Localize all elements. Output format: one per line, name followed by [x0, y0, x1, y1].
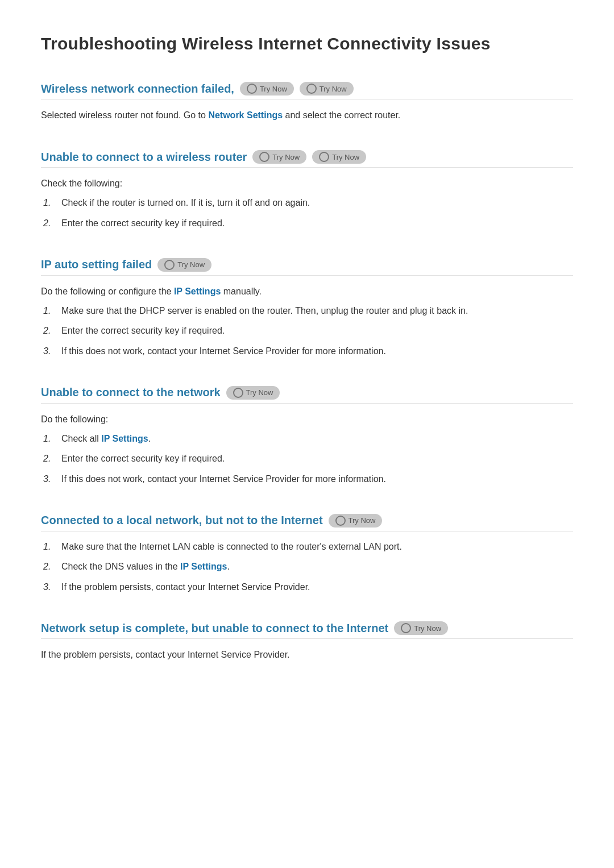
inline-link[interactable]: IP Settings: [180, 562, 227, 571]
list-item-text: Check the DNS values in the IP Settings.: [61, 559, 573, 574]
section-ip-auto-setting: IP auto setting failedTry NowDo the foll…: [41, 258, 573, 359]
try-now-button-wireless-failed-1[interactable]: Try Now: [240, 82, 294, 95]
network-setup-desc: If the problem persists, contact your In…: [41, 647, 573, 662]
list-item-number: 1.: [41, 539, 61, 554]
section-body-unable-connect-network: Do the following:1.Check all IP Settings…: [41, 412, 573, 487]
section-body-unable-connect-router: Check the following:1.Check if the route…: [41, 176, 573, 230]
list-item-number: 2.: [41, 216, 61, 231]
try-now-button-wireless-failed-2[interactable]: Try Now: [300, 82, 354, 95]
section-unable-connect-router: Unable to connect to a wireless routerTr…: [41, 150, 573, 230]
list-item-text: Make sure that the Internet LAN cable is…: [61, 539, 573, 554]
section-connected-local: Connected to a local network, but not to…: [41, 514, 573, 595]
list-item-text: If the problem persists, contact your In…: [61, 580, 573, 595]
list-item-number: 1.: [41, 304, 61, 318]
list-item: 2.Enter the correct security key if requ…: [41, 216, 573, 231]
intro-unable-connect-router: Check the following:: [41, 176, 573, 191]
network-settings-link[interactable]: Network Settings: [208, 110, 283, 120]
list-item-number: 2.: [41, 451, 61, 466]
section-body-network-setup-complete: If the problem persists, contact your In…: [41, 647, 573, 662]
section-title-wireless-failed: Wireless network connection failed,: [41, 82, 234, 95]
list-item-text: Enter the correct security key if requir…: [61, 216, 573, 231]
list-unable-connect-network: 1.Check all IP Settings.2.Enter the corr…: [41, 431, 573, 487]
try-now-button-network-setup-complete-1[interactable]: Try Now: [394, 621, 448, 635]
inline-link[interactable]: IP Settings: [101, 434, 148, 443]
section-body-connected-local: 1.Make sure that the Internet LAN cable …: [41, 539, 573, 595]
list-item-text: Enter the correct security key if requir…: [61, 451, 573, 466]
section-header-unable-connect-router: Unable to connect to a wireless routerTr…: [41, 150, 573, 168]
list-item-text: If this does not work, contact your Inte…: [61, 344, 573, 359]
list-item: 2.Enter the correct security key if requ…: [41, 451, 573, 466]
try-now-button-unable-connect-router-2[interactable]: Try Now: [312, 150, 366, 164]
list-item: 3.If this does not work, contact your In…: [41, 344, 573, 359]
section-header-connected-local: Connected to a local network, but not to…: [41, 514, 573, 531]
try-now-button-ip-auto-setting-1[interactable]: Try Now: [157, 258, 211, 272]
try-now-button-unable-connect-router-1[interactable]: Try Now: [252, 150, 306, 164]
section-body-ip-auto-setting: Do the following or configure the IP Set…: [41, 284, 573, 359]
list-item-text: Make sure that the DHCP server is enable…: [61, 304, 573, 318]
list-connected-local: 1.Make sure that the Internet LAN cable …: [41, 539, 573, 595]
list-unable-connect-router: 1.Check if the router is turned on. If i…: [41, 196, 573, 230]
page-title: Troubleshooting Wireless Internet Connec…: [41, 34, 573, 53]
section-header-wireless-failed: Wireless network connection failed,Try N…: [41, 82, 573, 99]
list-item-number: 1.: [41, 196, 61, 210]
list-item-number: 3.: [41, 344, 61, 359]
section-network-setup-complete: Network setup is complete, but unable to…: [41, 621, 573, 662]
list-item: 1.Make sure that the DHCP server is enab…: [41, 304, 573, 318]
try-now-button-connected-local-1[interactable]: Try Now: [329, 514, 383, 528]
list-item: 1.Check if the router is turned on. If i…: [41, 196, 573, 210]
list-item-text: If this does not work, contact your Inte…: [61, 472, 573, 487]
list-item-text: Check all IP Settings.: [61, 431, 573, 446]
list-item-number: 3.: [41, 472, 61, 487]
section-header-network-setup-complete: Network setup is complete, but unable to…: [41, 621, 573, 639]
section-body-wireless-failed: Selected wireless router not found. Go t…: [41, 107, 573, 123]
ip-auto-intro: Do the following or configure the IP Set…: [41, 284, 573, 299]
section-title-unable-connect-network: Unable to connect to the network: [41, 386, 221, 399]
section-title-network-setup-complete: Network setup is complete, but unable to…: [41, 622, 388, 635]
section-title-unable-connect-router: Unable to connect to a wireless router: [41, 151, 247, 164]
list-item-number: 2.: [41, 559, 61, 574]
intro-unable-connect-network: Do the following:: [41, 412, 573, 427]
ip-settings-link-1[interactable]: IP Settings: [174, 286, 221, 296]
section-unable-connect-network: Unable to connect to the networkTry NowD…: [41, 386, 573, 487]
list-item: 3.If the problem persists, contact your …: [41, 580, 573, 595]
list-item-text: Check if the router is turned on. If it …: [61, 196, 573, 210]
list-item-number: 2.: [41, 323, 61, 338]
list-item-number: 1.: [41, 431, 61, 446]
section-header-unable-connect-network: Unable to connect to the networkTry Now: [41, 386, 573, 404]
list-ip-auto-setting: 1.Make sure that the DHCP server is enab…: [41, 304, 573, 359]
section-header-ip-auto-setting: IP auto setting failedTry Now: [41, 258, 573, 276]
list-item: 1.Make sure that the Internet LAN cable …: [41, 539, 573, 554]
section-title-ip-auto-setting: IP auto setting failed: [41, 258, 152, 271]
list-item-number: 3.: [41, 580, 61, 595]
section-wireless-failed: Wireless network connection failed,Try N…: [41, 82, 573, 123]
section-title-connected-local: Connected to a local network, but not to…: [41, 514, 323, 527]
list-item: 1.Check all IP Settings.: [41, 431, 573, 446]
list-item: 3.If this does not work, contact your In…: [41, 472, 573, 487]
list-item-text: Enter the correct security key if requir…: [61, 323, 573, 338]
list-item: 2.Check the DNS values in the IP Setting…: [41, 559, 573, 574]
list-item: 2.Enter the correct security key if requ…: [41, 323, 573, 338]
wireless-failed-desc: Selected wireless router not found. Go t…: [41, 107, 573, 123]
try-now-button-unable-connect-network-1[interactable]: Try Now: [226, 386, 280, 400]
